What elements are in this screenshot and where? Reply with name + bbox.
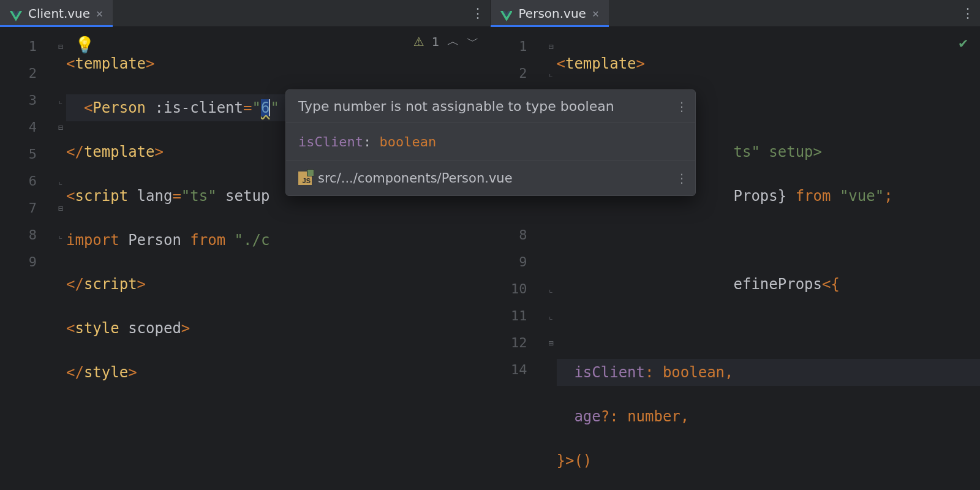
- definition-location-row[interactable]: JS src/.../components/Person.vue ⋮: [286, 160, 695, 195]
- fold-close-icon[interactable]: ⌞: [55, 168, 66, 195]
- fold-close-icon[interactable]: ⌞: [55, 87, 66, 114]
- quickdoc-row: isClient: boolean: [286, 123, 695, 160]
- definition-path: src/.../components/Person.vue: [318, 171, 513, 186]
- error-message: Type number is not assignable to type bo…: [298, 99, 614, 114]
- tab-bar: Person.vue ✕ ⋮: [491, 0, 981, 27]
- fold-open-icon[interactable]: ⊟: [55, 114, 66, 141]
- quickdoc-type: boolean: [379, 134, 436, 149]
- warning-icon: ⚠: [413, 34, 424, 49]
- fold-column: ⊟ ⌞ ⊟ ⌞ ⊟ ⌞: [55, 27, 66, 490]
- fold-close-icon[interactable]: ⌞: [546, 303, 557, 330]
- prev-highlight-icon[interactable]: ︿: [447, 33, 459, 50]
- inspection-widget[interactable]: ⚠ 1 ︿ ﹀: [413, 33, 479, 50]
- editor-pane-right: Person.vue ✕ ⋮ ✔ 1 2 8 9 10 11 12 14 ⊟ ⌞: [490, 0, 981, 490]
- warning-count: 1: [432, 34, 440, 49]
- js-file-icon: JS: [298, 172, 312, 185]
- close-tab-icon[interactable]: ✕: [96, 7, 103, 20]
- fold-close-icon[interactable]: ⌞: [546, 60, 557, 87]
- popup-options-icon[interactable]: ⋮: [676, 99, 688, 114]
- fold-open-icon[interactable]: ⊟: [55, 33, 66, 60]
- tab-bar: Client.vue ✕ ⋮: [0, 0, 490, 27]
- error-message-row: Type number is not assignable to type bo…: [286, 90, 695, 123]
- tab-options-icon[interactable]: ⋮: [466, 0, 490, 26]
- fold-open-icon[interactable]: ⊟: [55, 195, 66, 222]
- error-tooltip-popup: Type number is not assignable to type bo…: [285, 89, 696, 196]
- fold-open-icon[interactable]: ⊟: [546, 33, 557, 60]
- tab-label: Person.vue: [519, 6, 586, 21]
- gutter: 1 2 3 4 5 6 7 8 9: [0, 27, 55, 490]
- tab-client-vue[interactable]: Client.vue ✕: [0, 0, 113, 26]
- vue-file-icon: [500, 8, 513, 19]
- quickdoc-prop: isClient: [298, 134, 363, 149]
- close-tab-icon[interactable]: ✕: [592, 7, 599, 20]
- fold-collapsed-icon[interactable]: ⊞: [546, 330, 557, 356]
- inspection-ok-icon[interactable]: ✔: [959, 34, 968, 51]
- popup-options-icon[interactable]: ⋮: [676, 171, 688, 186]
- fold-close-icon[interactable]: ⌞: [55, 222, 66, 249]
- editor-pane-left: Client.vue ✕ ⋮ 💡 ⚠ 1 ︿ ﹀ 1 2 3 4 5 6 7 8…: [0, 0, 490, 490]
- intention-bulb-icon[interactable]: 💡: [75, 36, 94, 54]
- tab-person-vue[interactable]: Person.vue ✕: [491, 0, 609, 26]
- tab-label: Client.vue: [28, 6, 90, 21]
- vue-file-icon: [10, 8, 22, 19]
- fold-close-icon[interactable]: ⌞: [546, 276, 557, 303]
- tab-options-icon[interactable]: ⋮: [956, 0, 980, 26]
- next-highlight-icon[interactable]: ﹀: [467, 33, 479, 50]
